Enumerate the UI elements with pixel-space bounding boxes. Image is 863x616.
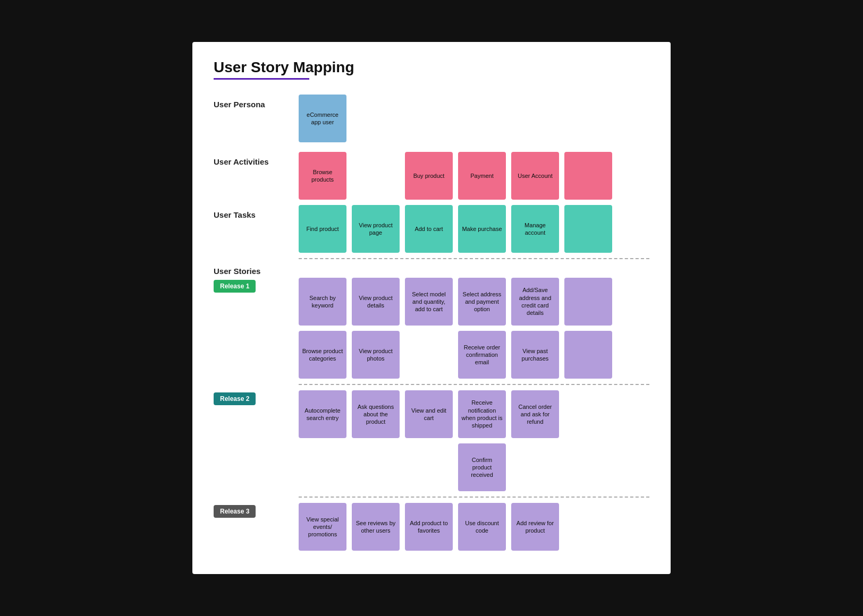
stories-label: User Stories <box>214 264 299 276</box>
card-browse-products: Browse products <box>299 152 346 200</box>
card-see-reviews: See reviews by other users <box>352 503 400 551</box>
release-3-row-1: View special events/ promotions See revi… <box>299 503 649 551</box>
activities-cards: Browse products Buy product Payment User… <box>299 152 649 200</box>
persona-section: User Persona eCommerce app user <box>214 95 649 142</box>
card-search-keyword: Search by keyword <box>299 278 346 326</box>
card-select-address-payment: Select address and payment option <box>458 278 506 326</box>
card-discount-code: Use discount code <box>458 503 506 551</box>
card-buy-product: Buy product <box>405 152 453 200</box>
stories-header: User Stories <box>214 264 649 276</box>
card-task-empty <box>564 205 612 253</box>
divider-line-r2 <box>299 384 649 385</box>
card-order-confirmation: Receive order confirmation email <box>458 331 506 379</box>
card-user-account: User Account <box>511 152 559 200</box>
card-notification-shipped: Receive notification when product is shi… <box>458 390 506 438</box>
page-title: User Story Mapping <box>214 59 649 76</box>
canvas: User Story Mapping User Persona eCommerc… <box>192 42 671 574</box>
card-r1-empty-2 <box>564 331 612 379</box>
card-add-to-cart: Add to cart <box>405 205 453 253</box>
release-2-block: Release 2 Autocomplete search entry Ask … <box>214 390 649 491</box>
release-1-row-2: Browse product categories View product p… <box>299 331 649 379</box>
card-view-photos: View product photos <box>352 331 400 379</box>
tasks-section: User Tasks Find product View product pag… <box>214 205 649 253</box>
release-1-row-1: Search by keyword View product details S… <box>299 278 649 326</box>
divider-line-stories <box>299 258 649 259</box>
release-3-left: Release 3 <box>214 503 299 522</box>
card-make-purchase: Make purchase <box>458 205 506 253</box>
card-select-model-qty: Select model and quantity, add to cart <box>405 278 453 326</box>
card-ask-questions: Ask questions about the product <box>352 390 400 438</box>
card-add-favorites: Add product to favorites <box>405 503 453 551</box>
persona-cards: eCommerce app user <box>299 95 649 142</box>
release-2-left: Release 2 <box>214 390 299 409</box>
release-3-badge: Release 3 <box>214 505 256 518</box>
card-find-product: Find product <box>299 205 346 253</box>
divider-release-2 <box>214 384 649 385</box>
card-confirm-received: Confirm product received <box>458 443 506 491</box>
release-1-left: Release 1 <box>214 278 299 297</box>
tasks-cards: Find product View product page Add to ca… <box>299 205 649 253</box>
divider-line-r3 <box>299 497 649 498</box>
release-2-row-1: Autocomplete search entry Ask questions … <box>299 390 649 438</box>
card-view-edit-cart: View and edit cart <box>405 390 453 438</box>
card-view-product-page: View product page <box>352 205 400 253</box>
release-3-rows: View special events/ promotions See revi… <box>299 503 649 551</box>
divider-stories <box>214 258 649 259</box>
card-ecommerce-user: eCommerce app user <box>299 95 346 142</box>
card-add-review: Add review for product <box>511 503 559 551</box>
card-autocomplete: Autocomplete search entry <box>299 390 346 438</box>
card-cancel-order: Cancel order and ask for refund <box>511 390 559 438</box>
card-add-save-address: Add/Save address and credit card details <box>511 278 559 326</box>
card-activity-empty <box>564 152 612 200</box>
card-payment: Payment <box>458 152 506 200</box>
release-1-block: Release 1 Search by keyword View product… <box>214 278 649 379</box>
persona-label: User Persona <box>214 95 299 109</box>
release-2-row-2: Confirm product received <box>299 443 649 491</box>
card-r1-empty-1 <box>564 278 612 326</box>
release-2-rows: Autocomplete search entry Ask questions … <box>299 390 649 491</box>
release-3-block: Release 3 View special events/ promotion… <box>214 503 649 551</box>
card-past-purchases: View past purchases <box>511 331 559 379</box>
activities-section: User Activities Browse products Buy prod… <box>214 152 649 200</box>
release-1-badge: Release 1 <box>214 280 256 293</box>
release-2-badge: Release 2 <box>214 392 256 405</box>
card-view-product-details: View product details <box>352 278 400 326</box>
tasks-label: User Tasks <box>214 205 299 219</box>
card-manage-account: Manage account <box>511 205 559 253</box>
title-underline <box>214 78 309 80</box>
release-1-rows: Search by keyword View product details S… <box>299 278 649 379</box>
card-special-events: View special events/ promotions <box>299 503 346 551</box>
card-browse-categories: Browse product categories <box>299 331 346 379</box>
activities-label: User Activities <box>214 152 299 166</box>
divider-release-3 <box>214 497 649 498</box>
